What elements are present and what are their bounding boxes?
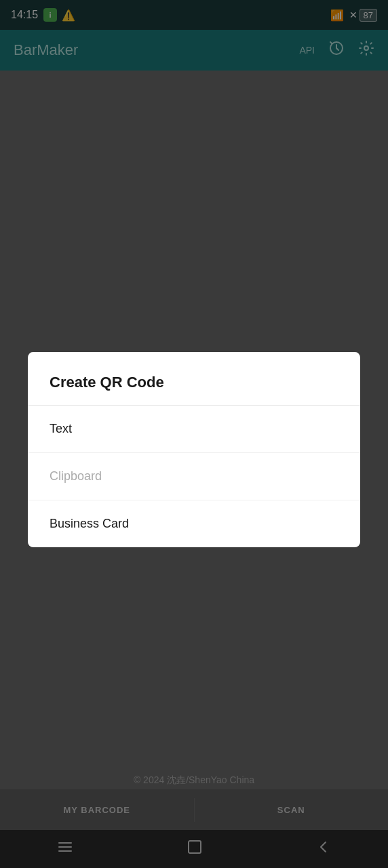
dialog-item-text[interactable]: Text — [28, 406, 360, 453]
dialog-item-business-card[interactable]: Business Card — [28, 500, 360, 547]
create-qr-dialog: Create QR Code Text Clipboard Business C… — [28, 352, 360, 547]
dialog-title: Create QR Code — [28, 352, 360, 405]
dialog-item-clipboard: Clipboard — [28, 453, 360, 500]
